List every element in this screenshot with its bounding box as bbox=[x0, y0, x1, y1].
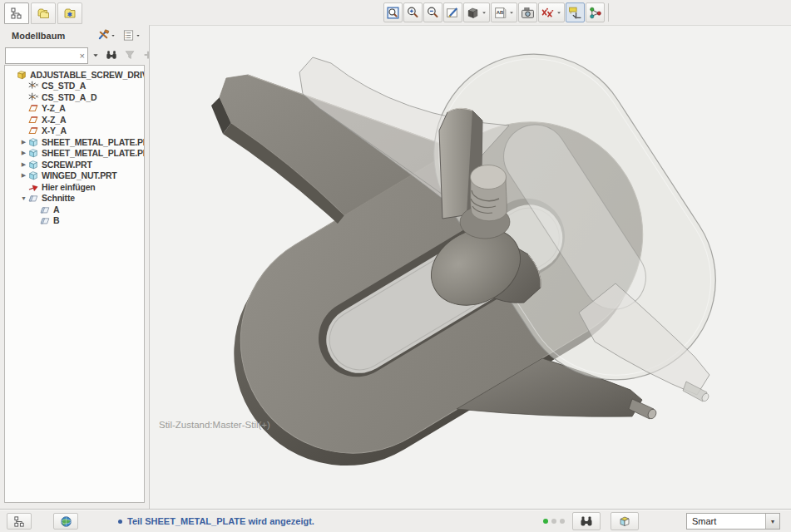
model-tree-toggle-button[interactable] bbox=[7, 513, 32, 530]
expand-icon[interactable]: ▶ bbox=[20, 172, 27, 179]
model-tree: ADJUSTABLE_SCREW_DRIVER.ASM CS_STD_A CS_… bbox=[4, 65, 145, 503]
graphics-toolbar: AB bbox=[383, 2, 611, 22]
tree-item-label: WINGED_NUT.PRT bbox=[40, 170, 117, 180]
favorites-folder-icon bbox=[63, 7, 77, 20]
tree-item-label: B bbox=[52, 215, 59, 225]
tree-item-label: A bbox=[52, 204, 59, 214]
3d-model-adjustable-screw-driver[interactable] bbox=[150, 26, 791, 508]
annotation-display-button[interactable] bbox=[566, 2, 585, 22]
tree-item-y-z-a[interactable]: Y-Z_A bbox=[5, 103, 144, 115]
tree-item-label: CS_STD_A bbox=[40, 81, 86, 91]
caret-down-icon bbox=[110, 32, 116, 39]
tree-item-hier-einf-gen[interactable]: Hier einfügen bbox=[5, 181, 144, 193]
tree-item-screw-prt[interactable]: ▶ SCREW.PRT bbox=[5, 159, 144, 170]
tree-item-a[interactable]: A bbox=[5, 204, 144, 215]
panel-title: Modellbaum bbox=[12, 31, 65, 41]
part-icon bbox=[27, 170, 39, 181]
view-manager-button[interactable] bbox=[518, 2, 537, 22]
filter-button bbox=[121, 47, 138, 62]
style-state-label: Stil-Zustand:Master-Stil(+) bbox=[159, 420, 270, 430]
tree-item-label: X-Y_A bbox=[40, 126, 67, 135]
browser-icon bbox=[60, 515, 72, 528]
top-toolbar: AB bbox=[0, 0, 791, 25]
panel-tabs bbox=[4, 2, 82, 24]
tree-item-adjustable-screw-driver-asm[interactable]: ADJUSTABLE_SCREW_DRIVER.ASM bbox=[5, 69, 144, 81]
repaint-button[interactable] bbox=[443, 2, 462, 22]
indicator-dots bbox=[543, 519, 565, 524]
tree-item-label: SHEET_METAL_PLATE.PRT bbox=[40, 148, 145, 158]
tree-item-sheet-metal-plate-prt[interactable]: ▶ SHEET_METAL_PLATE.PRT bbox=[5, 136, 144, 148]
csys-icon bbox=[27, 91, 39, 103]
caret-down-icon[interactable]: ▾ bbox=[765, 514, 779, 529]
caret-down-button[interactable] bbox=[90, 47, 101, 62]
tree-item-x-z-a[interactable]: X-Z_A bbox=[5, 114, 144, 126]
browser-toggle-button[interactable] bbox=[53, 513, 78, 530]
expand-icon[interactable]: ▶ bbox=[20, 150, 27, 156]
search-input[interactable] bbox=[6, 49, 74, 64]
caret-down-icon bbox=[556, 8, 562, 17]
refit-button[interactable] bbox=[383, 2, 403, 22]
tree-tools-button[interactable] bbox=[95, 27, 119, 43]
section-icon bbox=[39, 204, 51, 215]
screw-stud bbox=[471, 165, 507, 221]
view-manager-icon bbox=[521, 6, 535, 20]
datum-plane-icon bbox=[27, 102, 39, 114]
panel-header: Modellbaum bbox=[0, 27, 149, 46]
find-button[interactable] bbox=[103, 47, 120, 62]
tree-search-row: × bbox=[0, 47, 149, 66]
display-style-button[interactable] bbox=[463, 2, 490, 22]
model-tree-icon bbox=[10, 7, 23, 20]
tree-item-cs-std-a[interactable]: CS_STD_A bbox=[5, 81, 144, 92]
tree-item-cs-std-a-d[interactable]: CS_STD_A_D bbox=[5, 91, 144, 103]
zoom-in-button[interactable] bbox=[403, 2, 423, 22]
view-box-button[interactable] bbox=[611, 512, 639, 530]
expand-icon[interactable]: ▶ bbox=[20, 161, 27, 168]
caret-down-icon bbox=[508, 8, 515, 17]
panel-tab-favorites-folder[interactable] bbox=[57, 2, 82, 24]
saved-orientations-button[interactable]: AB bbox=[491, 2, 517, 22]
saved-orientations-icon: AB bbox=[493, 6, 507, 20]
part-icon bbox=[27, 147, 39, 159]
tree-item-schnitte[interactable]: ▼ Schnitte bbox=[5, 193, 144, 204]
tree-item-x-y-a[interactable]: X-Y_A bbox=[5, 126, 144, 137]
tree-item-label: Hier einfügen bbox=[40, 182, 96, 192]
zoom-out-button[interactable] bbox=[423, 2, 442, 22]
spin-center-button[interactable] bbox=[586, 2, 605, 22]
tree-item-sheet-metal-plate-prt[interactable]: ▶ SHEET_METAL_PLATE.PRT bbox=[5, 148, 144, 160]
graphics-area[interactable]: Stil-Zustand:Master-Stil(+) bbox=[149, 25, 791, 509]
section-icon bbox=[27, 192, 39, 204]
find-button[interactable] bbox=[572, 512, 601, 530]
indicator-dot-2 bbox=[551, 519, 556, 524]
tree-item-label: X-Z_A bbox=[40, 115, 66, 125]
selection-filter-value: Smart bbox=[687, 516, 765, 526]
tree-settings-button[interactable] bbox=[120, 27, 144, 43]
tree-item-winged-nut-prt[interactable]: ▶ WINGED_NUT.PRT bbox=[5, 170, 144, 182]
csys-icon bbox=[27, 80, 39, 91]
panel-tab-model-tree[interactable] bbox=[4, 2, 29, 24]
panel-tab-folder-stack[interactable] bbox=[31, 2, 56, 24]
display-style-icon bbox=[466, 6, 480, 20]
clear-search-icon[interactable]: × bbox=[80, 50, 85, 62]
model-tree-icon bbox=[13, 515, 26, 528]
view-box-icon bbox=[618, 515, 631, 528]
datum-plane-icon bbox=[27, 114, 39, 126]
filter-icon bbox=[124, 49, 136, 61]
svg-text:AB: AB bbox=[497, 10, 504, 15]
selection-filter-select[interactable]: Smart ▾ bbox=[686, 513, 780, 530]
zoom-out-icon bbox=[426, 6, 440, 20]
refit-icon bbox=[386, 6, 400, 20]
tree-item-label: ADJUSTABLE_SCREW_DRIVER.ASM bbox=[28, 70, 145, 80]
collapse-icon[interactable]: ▼ bbox=[20, 195, 27, 201]
status-message: Teil SHEET_METAL_PLATE wird angezeigt. bbox=[118, 516, 314, 526]
tree-item-label: Schnitte bbox=[40, 193, 75, 203]
zoom-in-icon bbox=[406, 6, 420, 20]
caret-down-icon bbox=[92, 49, 99, 61]
tree-tools-icon bbox=[97, 29, 110, 42]
status-bullet-icon bbox=[118, 520, 122, 524]
tree-item-b[interactable]: B bbox=[5, 215, 144, 227]
expand-icon[interactable]: ▶ bbox=[20, 139, 27, 145]
datum-display-button[interactable] bbox=[538, 2, 565, 22]
datum-plane-icon bbox=[27, 125, 39, 136]
indicator-dot-1 bbox=[543, 519, 548, 524]
tree-settings-icon bbox=[122, 29, 135, 42]
